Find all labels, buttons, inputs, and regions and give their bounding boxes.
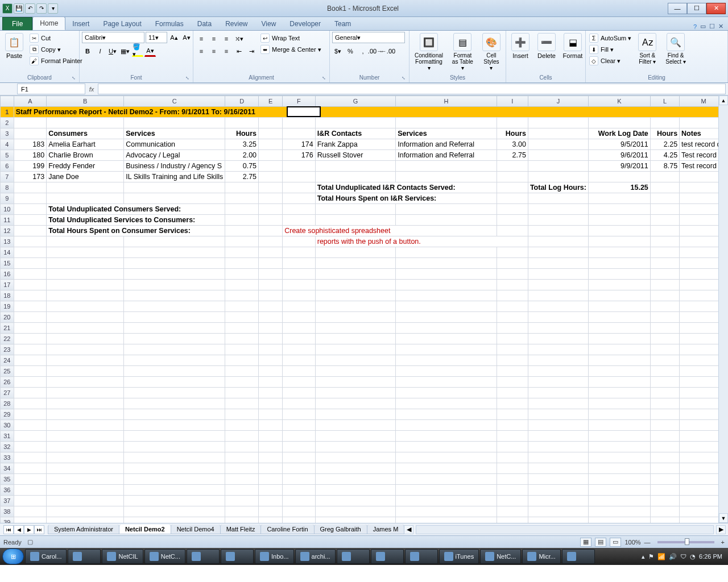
cell[interactable]: 2.00	[225, 150, 259, 161]
cell[interactable]	[528, 409, 588, 420]
cell[interactable]	[588, 280, 650, 290]
cell[interactable]	[650, 452, 679, 463]
cell[interactable]	[315, 344, 396, 355]
cell[interactable]	[528, 280, 588, 290]
row-header[interactable]: 2	[1, 118, 14, 128]
cell[interactable]	[225, 398, 259, 409]
qat-more-icon[interactable]: ▾	[48, 3, 58, 14]
cell[interactable]	[528, 290, 588, 301]
sheet-tab[interactable]: James M	[367, 525, 405, 534]
cell[interactable]	[124, 334, 225, 344]
cell[interactable]	[588, 258, 650, 269]
cell[interactable]	[259, 215, 283, 226]
cell[interactable]: 0.75	[225, 161, 259, 172]
cell[interactable]	[396, 280, 497, 290]
cell[interactable]	[315, 442, 396, 452]
cell[interactable]	[283, 485, 316, 496]
cell[interactable]	[14, 312, 47, 323]
cell[interactable]	[225, 204, 259, 215]
cell[interactable]	[47, 366, 124, 377]
horizontal-scrollbar[interactable]	[416, 525, 714, 534]
cell[interactable]	[528, 215, 588, 226]
cell[interactable]	[650, 431, 679, 442]
cell[interactable]	[124, 290, 225, 301]
taskbar-button[interactable]	[337, 549, 370, 564]
cell[interactable]	[124, 258, 225, 269]
cell[interactable]	[396, 420, 497, 431]
taskbar-button[interactable]: Carol...	[25, 549, 67, 564]
zoom-slider[interactable]	[657, 541, 714, 543]
macro-record-icon[interactable]: ▢	[27, 538, 33, 546]
cell[interactable]	[528, 226, 588, 236]
row-header[interactable]: 33	[1, 452, 14, 463]
cell[interactable]	[14, 442, 47, 452]
cell[interactable]	[283, 301, 316, 312]
col-header[interactable]: J	[528, 96, 588, 107]
cell[interactable]	[396, 334, 497, 344]
underline-button[interactable]: U▾	[107, 45, 118, 57]
align-middle-icon[interactable]: ≡	[208, 33, 220, 44]
cell[interactable]	[528, 377, 588, 388]
cell[interactable]	[283, 323, 316, 334]
cell[interactable]: Services	[124, 128, 225, 139]
cell[interactable]	[283, 215, 316, 226]
cell[interactable]	[225, 377, 259, 388]
cell[interactable]	[283, 280, 316, 290]
cell[interactable]: IL Skills Training and Life Skills	[124, 172, 225, 182]
cell[interactable]	[225, 517, 259, 523]
cell[interactable]	[528, 334, 588, 344]
row-header[interactable]: 35	[1, 474, 14, 485]
cell[interactable]	[225, 474, 259, 485]
tab-review[interactable]: Review	[218, 18, 254, 30]
accounting-format-icon[interactable]: $▾	[332, 45, 344, 57]
shrink-font-icon[interactable]: A▾	[181, 32, 192, 43]
zoom-in-icon[interactable]: +	[721, 539, 725, 546]
cell[interactable]	[124, 247, 225, 258]
cell[interactable]	[14, 182, 47, 193]
cell[interactable]	[47, 355, 124, 366]
cell[interactable]	[497, 247, 528, 258]
col-header[interactable]: B	[47, 96, 124, 107]
cell[interactable]	[283, 204, 316, 215]
conditional-formatting-button[interactable]: 🔲Conditional Formatting ▾	[412, 32, 446, 72]
cell[interactable]	[259, 463, 283, 474]
cell[interactable]	[14, 118, 47, 128]
cell[interactable]	[47, 409, 124, 420]
cell[interactable]	[396, 355, 497, 366]
cell[interactable]	[588, 420, 650, 431]
row-header[interactable]: 30	[1, 420, 14, 431]
row-header[interactable]: 8	[1, 182, 14, 193]
cell[interactable]	[225, 452, 259, 463]
cell[interactable]	[124, 388, 225, 398]
cell[interactable]	[225, 236, 259, 247]
cell[interactable]: Frank Zappa	[315, 139, 396, 150]
cell[interactable]	[396, 258, 497, 269]
dialog-launcher-icon[interactable]: ⤡	[185, 76, 189, 81]
cell[interactable]	[124, 118, 225, 128]
cell[interactable]	[396, 485, 497, 496]
cell[interactable]	[528, 344, 588, 355]
cell[interactable]	[259, 442, 283, 452]
cell[interactable]: Business / Industry / Agency S	[124, 161, 225, 172]
cell[interactable]	[497, 366, 528, 377]
cell[interactable]	[14, 280, 47, 290]
cell[interactable]	[283, 463, 316, 474]
cell[interactable]	[315, 118, 396, 128]
cell[interactable]	[225, 485, 259, 496]
cell[interactable]	[124, 323, 225, 334]
cell[interactable]	[124, 301, 225, 312]
cell[interactable]	[225, 182, 259, 193]
cell[interactable]	[259, 247, 283, 258]
cell[interactable]	[259, 118, 283, 128]
cell[interactable]	[283, 517, 316, 523]
cell[interactable]	[650, 193, 679, 204]
row-header[interactable]: 27	[1, 388, 14, 398]
cell[interactable]	[259, 409, 283, 420]
cell[interactable]	[650, 258, 679, 269]
cell[interactable]	[315, 398, 396, 409]
cell[interactable]	[528, 506, 588, 517]
cell[interactable]	[283, 193, 316, 204]
cell[interactable]	[14, 366, 47, 377]
cell[interactable]	[650, 474, 679, 485]
percent-format-icon[interactable]: %	[345, 45, 356, 57]
